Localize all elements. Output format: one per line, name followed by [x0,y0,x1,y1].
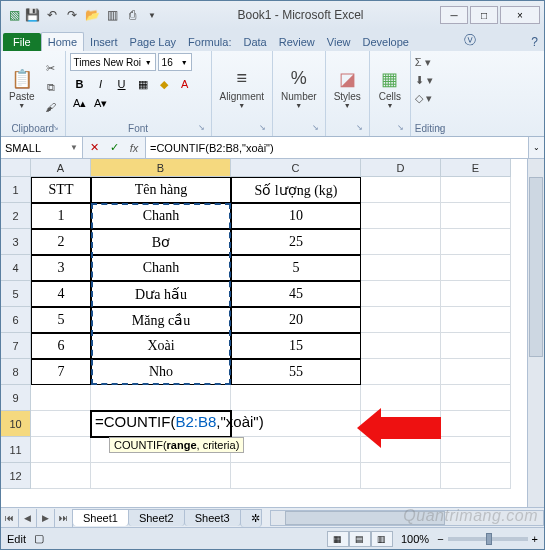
chevron-down-icon[interactable]: ▼ [70,143,78,152]
cell-D3[interactable] [361,229,441,255]
cell-D5[interactable] [361,281,441,307]
cell-E3[interactable] [441,229,511,255]
row-header-4[interactable]: 4 [1,255,31,281]
maximize-button[interactable]: □ [470,6,498,24]
row-header-6[interactable]: 6 [1,307,31,333]
cell-A2[interactable]: 1 [31,203,91,229]
macro-record-icon[interactable]: ▢ [34,532,44,545]
row-header-5[interactable]: 5 [1,281,31,307]
bold-button[interactable]: B [70,75,90,93]
print-icon[interactable]: ⎙ [123,6,141,24]
cell-A7[interactable]: 6 [31,333,91,359]
cell-C6[interactable]: 20 [231,307,361,333]
cell-D4[interactable] [361,255,441,281]
cell-B7[interactable]: Xoài [91,333,231,359]
cell-B6[interactable]: Măng cầu [91,307,231,333]
cell-A9[interactable] [31,385,91,411]
tab-home[interactable]: Home [41,32,84,51]
horizontal-scrollbar-thumb[interactable] [285,511,445,525]
autosum-icon[interactable]: Σ ▾ [415,53,431,71]
page-layout-view-button[interactable]: ▤ [349,531,371,547]
sheet-nav-next-icon[interactable]: ▶ [37,509,55,527]
cell-E10[interactable] [441,411,511,437]
font-name-select[interactable]: Times New Roi▼ [70,53,156,71]
tab-insert[interactable]: Insert [84,33,124,51]
formula-input[interactable]: =COUNTIF(B2:B8,"xoài") [145,137,528,158]
tab-view[interactable]: View [321,33,357,51]
alignment-button[interactable]: ≡ Alignment ▼ [216,65,268,111]
cancel-formula-icon[interactable]: ✕ [85,140,103,156]
cell-C2[interactable]: 10 [231,203,361,229]
cell-C3[interactable]: 25 [231,229,361,255]
cell-B5[interactable]: Dưa hấu [91,281,231,307]
column-header-E[interactable]: E [441,159,511,177]
cell-A1[interactable]: STT [31,177,91,203]
tab-developer[interactable]: Develope [356,33,414,51]
cell-B3[interactable]: Bơ [91,229,231,255]
cell-E8[interactable] [441,359,511,385]
sheet-tab-3[interactable]: Sheet3 [184,509,241,526]
cells-button[interactable]: ▦ Cells ▼ [374,65,406,111]
underline-button[interactable]: U [112,75,132,93]
sheet-nav-prev-icon[interactable]: ◀ [19,509,37,527]
cell-C5[interactable]: 45 [231,281,361,307]
open-icon[interactable]: 📂 [83,6,101,24]
fill-color-button[interactable]: ◆ [154,75,174,93]
font-size-select[interactable]: 16▼ [158,53,192,71]
border-button[interactable]: ▦ [133,75,153,93]
cell-E12[interactable] [441,463,511,489]
cell-C4[interactable]: 5 [231,255,361,281]
fill-icon[interactable]: ⬇ ▾ [415,71,433,89]
horizontal-scrollbar[interactable] [270,510,544,526]
expand-formula-bar-icon[interactable]: ⌄ [528,137,544,158]
cut-icon[interactable]: ✂ [41,60,61,78]
new-icon[interactable]: ▥ [103,6,121,24]
cell-A3[interactable]: 2 [31,229,91,255]
minimize-button[interactable]: ─ [440,6,468,24]
undo-icon[interactable]: ↶ [43,6,61,24]
cell-B2[interactable]: Chanh [91,203,231,229]
cell-A12[interactable] [31,463,91,489]
worksheet-grid[interactable]: ABCDE 123456789101112 STTTên hàngSố lượn… [1,159,544,507]
name-box[interactable]: SMALL▼ [1,137,83,158]
cell-E1[interactable] [441,177,511,203]
cell-C1[interactable]: Số lượng (kg) [231,177,361,203]
column-header-A[interactable]: A [31,159,91,177]
row-header-12[interactable]: 12 [1,463,31,489]
paste-button[interactable]: 📋 Paste ▼ [5,65,39,111]
tab-formulas[interactable]: Formula: [182,33,237,51]
italic-button[interactable]: I [91,75,111,93]
select-all-corner[interactable] [1,159,31,177]
vertical-scrollbar-thumb[interactable] [529,177,543,357]
cell-C11[interactable] [231,437,361,463]
row-header-7[interactable]: 7 [1,333,31,359]
sheet-nav-first-icon[interactable]: ⏮ [1,509,19,527]
styles-button[interactable]: ◪ Styles ▼ [330,65,365,111]
cell-A6[interactable]: 5 [31,307,91,333]
help-icon[interactable]: ? [525,33,544,51]
cell-B9[interactable] [91,385,231,411]
normal-view-button[interactable]: ▦ [327,531,349,547]
new-sheet-button[interactable]: ✲ [240,509,262,527]
row-header-9[interactable]: 9 [1,385,31,411]
sheet-tab-2[interactable]: Sheet2 [128,509,185,526]
row-header-8[interactable]: 8 [1,359,31,385]
fx-icon[interactable]: fx [125,140,143,156]
close-button[interactable]: × [500,6,540,24]
zoom-out-button[interactable]: − [437,533,443,545]
in-cell-formula[interactable]: =COUNTIF(B2:B8,"xoài") [95,413,264,430]
font-color-button[interactable]: A [175,75,195,93]
column-header-B[interactable]: B [91,159,231,177]
column-header-D[interactable]: D [361,159,441,177]
cell-B8[interactable]: Nho [91,359,231,385]
sheet-nav-last-icon[interactable]: ⏭ [55,509,73,527]
cell-B4[interactable]: Chanh [91,255,231,281]
enter-formula-icon[interactable]: ✓ [105,140,123,156]
cell-A4[interactable]: 3 [31,255,91,281]
cell-E9[interactable] [441,385,511,411]
cell-D1[interactable] [361,177,441,203]
shrink-font-button[interactable]: A▾ [91,94,111,112]
cell-B12[interactable] [91,463,231,489]
qat-dropdown-icon[interactable]: ▼ [143,6,161,24]
minimize-ribbon-icon[interactable]: ⓥ [458,30,482,51]
